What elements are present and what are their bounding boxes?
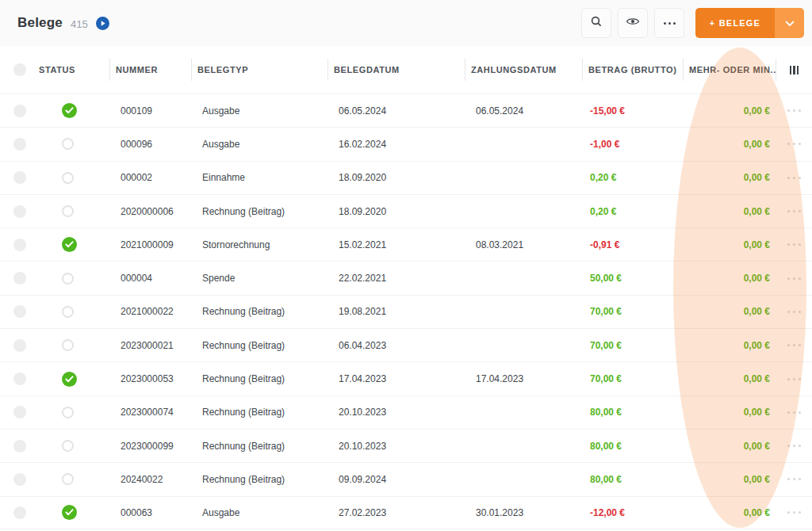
ellipsis-icon bbox=[664, 22, 676, 25]
table-row[interactable]: 2021000022 Rechnung (Beitrag) 19.08.2021… bbox=[0, 295, 812, 328]
cell-betrag: 80,00 € bbox=[582, 407, 683, 418]
status-icon[interactable] bbox=[62, 505, 77, 520]
row-ellipsis-icon[interactable] bbox=[776, 344, 812, 346]
row-select-circle[interactable] bbox=[13, 372, 26, 385]
status-cell bbox=[33, 306, 109, 318]
status-icon[interactable] bbox=[62, 273, 74, 285]
column-settings-button[interactable] bbox=[776, 59, 812, 81]
row-select-circle[interactable] bbox=[13, 473, 26, 486]
row-ellipsis-icon[interactable] bbox=[776, 511, 812, 514]
row-ellipsis-icon[interactable] bbox=[776, 445, 812, 447]
cell-mehr-oder-min: 0,00 € bbox=[683, 239, 776, 250]
status-icon[interactable] bbox=[62, 440, 74, 452]
cell-betrag: 0,20 € bbox=[582, 206, 683, 217]
cell-zahlungsdatum: 17.04.2023 bbox=[465, 373, 582, 384]
status-icon[interactable] bbox=[62, 138, 74, 150]
row-ellipsis-icon[interactable] bbox=[776, 109, 812, 112]
cell-belegtyp: Ausgabe bbox=[191, 507, 327, 518]
row-ellipsis-icon[interactable] bbox=[776, 210, 812, 212]
table-row[interactable]: 2023000099 Rechnung (Beitrag) 20.10.2023… bbox=[0, 429, 812, 462]
row-select-circle[interactable] bbox=[13, 339, 26, 352]
table-row[interactable]: 000096 Ausgabe 16.02.2024 -1,00 € 0,00 € bbox=[0, 127, 812, 160]
status-cell bbox=[33, 473, 109, 485]
status-icon[interactable] bbox=[62, 407, 74, 418]
row-select-cell bbox=[0, 440, 33, 453]
row-select-circle[interactable] bbox=[13, 239, 26, 251]
status-cell bbox=[33, 440, 109, 452]
row-ellipsis-icon[interactable] bbox=[776, 143, 812, 145]
preview-button[interactable] bbox=[618, 8, 648, 38]
cell-betrag: 50,00 € bbox=[582, 273, 683, 284]
cell-belegdatum: 20.10.2023 bbox=[327, 407, 465, 418]
status-icon[interactable] bbox=[62, 172, 74, 184]
table-header: STATUS NUMMER BELEGTYP BELEGDATUM ZAHLUN… bbox=[0, 46, 812, 94]
row-select-circle[interactable] bbox=[13, 138, 26, 151]
row-select-circle[interactable] bbox=[13, 406, 26, 418]
table-row[interactable]: 2023000021 Rechnung (Beitrag) 06.04.2023… bbox=[0, 328, 812, 361]
table-row[interactable]: 000004 Spende 22.02.2021 50,00 € 0,00 € bbox=[0, 261, 812, 294]
row-ellipsis-icon[interactable] bbox=[776, 378, 812, 380]
row-ellipsis-icon[interactable] bbox=[776, 177, 812, 179]
select-all-circle[interactable] bbox=[13, 63, 26, 76]
table-row[interactable]: 2023000053 Rechnung (Beitrag) 17.04.2023… bbox=[0, 361, 812, 395]
column-header-mehr-oder-min[interactable]: MEHR- ODER MIN... bbox=[683, 59, 776, 81]
cell-nummer: 2021000009 bbox=[109, 239, 191, 250]
row-select-cell bbox=[0, 339, 33, 352]
cell-mehr-oder-min: 0,00 € bbox=[683, 407, 776, 418]
status-cell bbox=[33, 372, 109, 387]
status-icon[interactable] bbox=[62, 205, 74, 217]
cell-belegtyp: Ausgabe bbox=[191, 105, 327, 117]
row-select-circle[interactable] bbox=[13, 272, 26, 285]
cell-zahlungsdatum: 06.05.2024 bbox=[465, 105, 582, 117]
table-row[interactable]: 000109 Ausgabe 06.05.2024 06.05.2024 -15… bbox=[0, 94, 812, 127]
column-header-zahlungsdatum[interactable]: ZAHLUNGSDATUM bbox=[465, 59, 582, 81]
row-ellipsis-icon[interactable] bbox=[776, 411, 812, 414]
table-row[interactable]: 20240022 Rechnung (Beitrag) 09.09.2024 8… bbox=[0, 462, 812, 495]
cell-betrag: -0,91 € bbox=[582, 239, 683, 250]
table-row[interactable]: 000063 Ausgabe 27.02.2023 30.01.2023 -12… bbox=[0, 496, 812, 529]
table-row[interactable]: 000002 Einnahme 18.09.2020 0,20 € 0,00 € bbox=[0, 161, 812, 194]
column-header-belegtyp[interactable]: BELEGTYP bbox=[191, 59, 327, 81]
status-icon[interactable] bbox=[62, 237, 77, 252]
cell-nummer: 2020000006 bbox=[109, 206, 191, 217]
row-select-circle[interactable] bbox=[13, 440, 26, 453]
table-row[interactable]: 2023000074 Rechnung (Beitrag) 20.10.2023… bbox=[0, 395, 812, 429]
status-icon[interactable] bbox=[62, 103, 77, 118]
cell-nummer: 2021000022 bbox=[109, 306, 191, 317]
column-header-status[interactable]: STATUS bbox=[33, 65, 109, 74]
table-row[interactable]: 2020000006 Rechnung (Beitrag) 18.09.2020… bbox=[0, 194, 812, 227]
row-select-cell bbox=[0, 406, 33, 418]
table-row[interactable]: 2021000009 Stornorechnung 15.02.2021 08.… bbox=[0, 227, 812, 261]
search-button[interactable] bbox=[581, 8, 611, 38]
status-icon[interactable] bbox=[62, 372, 77, 387]
row-select-circle[interactable] bbox=[13, 305, 26, 318]
status-icon[interactable] bbox=[62, 473, 74, 485]
row-ellipsis-icon[interactable] bbox=[776, 478, 812, 480]
cell-mehr-oder-min: 0,00 € bbox=[683, 139, 776, 150]
play-icon[interactable] bbox=[96, 17, 109, 30]
search-icon bbox=[590, 15, 603, 31]
row-select-cell bbox=[0, 138, 33, 151]
row-ellipsis-icon[interactable] bbox=[776, 243, 812, 246]
status-icon[interactable] bbox=[62, 306, 74, 318]
column-header-nummer[interactable]: NUMMER bbox=[109, 59, 191, 81]
status-icon[interactable] bbox=[62, 339, 74, 351]
cell-belegtyp: Spende bbox=[191, 273, 327, 284]
add-beleg-button[interactable]: + BELEGE bbox=[695, 8, 775, 38]
column-header-betrag[interactable]: BETRAG (BRUTTO) bbox=[582, 59, 683, 81]
row-select-circle[interactable] bbox=[13, 171, 26, 184]
row-select-cell bbox=[0, 506, 33, 519]
more-actions-button[interactable] bbox=[654, 8, 684, 38]
cell-nummer: 2023000021 bbox=[109, 340, 191, 351]
add-beleg-dropdown-toggle[interactable] bbox=[775, 8, 804, 38]
row-ellipsis-icon[interactable] bbox=[776, 277, 812, 280]
cell-belegtyp: Rechnung (Beitrag) bbox=[191, 441, 327, 452]
record-count: 415 bbox=[71, 18, 88, 30]
cell-belegtyp: Rechnung (Beitrag) bbox=[191, 474, 327, 485]
row-select-circle[interactable] bbox=[13, 205, 26, 218]
column-header-belegdatum[interactable]: BELEGDATUM bbox=[327, 59, 465, 81]
row-ellipsis-icon[interactable] bbox=[776, 311, 812, 313]
row-select-cell bbox=[0, 239, 33, 251]
row-select-circle[interactable] bbox=[13, 105, 26, 117]
row-select-circle[interactable] bbox=[13, 506, 26, 519]
